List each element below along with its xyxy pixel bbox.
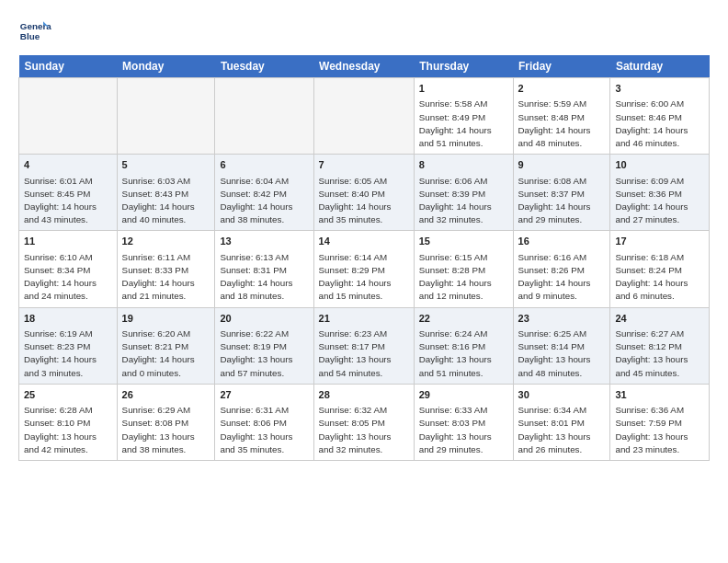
calendar-cell: 4Sunrise: 6:01 AMSunset: 8:45 PMDaylight… <box>19 155 118 231</box>
day-number: 7 <box>319 158 409 172</box>
day-info: Sunrise: 6:25 AMSunset: 8:14 PMDaylight:… <box>518 327 606 380</box>
calendar-cell <box>117 78 215 155</box>
day-info: Sunrise: 6:10 AMSunset: 8:34 PMDaylight:… <box>24 251 112 304</box>
day-number: 19 <box>122 312 210 326</box>
day-info: Sunrise: 6:08 AMSunset: 8:37 PMDaylight:… <box>518 175 606 227</box>
day-info: Sunrise: 6:33 AMSunset: 8:03 PMDaylight:… <box>419 404 508 456</box>
day-info: Sunrise: 6:31 AMSunset: 8:06 PMDaylight:… <box>220 404 308 456</box>
day-info: Sunrise: 6:22 AMSunset: 8:19 PMDaylight:… <box>220 327 308 380</box>
day-number: 14 <box>319 235 409 248</box>
calendar-cell: 9Sunrise: 6:08 AMSunset: 8:37 PMDaylight… <box>513 155 610 231</box>
day-info: Sunrise: 5:58 AMSunset: 8:49 PMDaylight:… <box>419 98 508 150</box>
day-info: Sunrise: 6:06 AMSunset: 8:39 PMDaylight:… <box>419 175 508 227</box>
calendar-cell: 6Sunrise: 6:04 AMSunset: 8:42 PMDaylight… <box>215 155 313 231</box>
day-info: Sunrise: 6:23 AMSunset: 8:17 PMDaylight:… <box>319 327 409 380</box>
day-info: Sunrise: 6:05 AMSunset: 8:40 PMDaylight:… <box>319 175 409 227</box>
calendar-cell: 30Sunrise: 6:34 AMSunset: 8:01 PMDayligh… <box>513 384 610 460</box>
calendar-cell: 7Sunrise: 6:05 AMSunset: 8:40 PMDaylight… <box>313 155 414 231</box>
page-container: General Blue SundayMondayTuesdayWednesda… <box>0 0 728 470</box>
day-number: 24 <box>615 312 704 326</box>
day-info: Sunrise: 6:18 AMSunset: 8:24 PMDaylight:… <box>615 251 704 304</box>
svg-text:Blue: Blue <box>20 31 40 41</box>
day-number: 17 <box>615 235 704 248</box>
day-header-wednesday: Wednesday <box>313 55 414 78</box>
calendar-week-3: 11Sunrise: 6:10 AMSunset: 8:34 PMDayligh… <box>19 231 710 307</box>
day-number: 26 <box>122 388 210 402</box>
calendar-cell <box>313 78 414 155</box>
day-info: Sunrise: 5:59 AMSunset: 8:48 PMDaylight:… <box>518 98 606 150</box>
calendar-cell: 23Sunrise: 6:25 AMSunset: 8:14 PMDayligh… <box>513 307 610 384</box>
day-number: 31 <box>615 388 704 402</box>
day-number: 15 <box>419 235 508 248</box>
day-info: Sunrise: 6:03 AMSunset: 8:43 PMDaylight:… <box>122 175 210 227</box>
day-info: Sunrise: 6:01 AMSunset: 8:45 PMDaylight:… <box>24 175 112 227</box>
day-info: Sunrise: 6:04 AMSunset: 8:42 PMDaylight:… <box>220 175 308 227</box>
day-header-thursday: Thursday <box>414 55 513 78</box>
day-number: 30 <box>518 388 606 402</box>
day-info: Sunrise: 6:28 AMSunset: 8:10 PMDaylight:… <box>24 404 112 456</box>
day-number: 3 <box>615 82 704 96</box>
day-info: Sunrise: 6:00 AMSunset: 8:46 PMDaylight:… <box>615 98 704 150</box>
day-number: 6 <box>220 158 308 172</box>
day-header-tuesday: Tuesday <box>215 55 313 78</box>
calendar-cell: 20Sunrise: 6:22 AMSunset: 8:19 PMDayligh… <box>215 307 313 384</box>
day-info: Sunrise: 6:36 AMSunset: 7:59 PMDaylight:… <box>615 404 704 456</box>
day-info: Sunrise: 6:20 AMSunset: 8:21 PMDaylight:… <box>122 327 210 380</box>
day-info: Sunrise: 6:13 AMSunset: 8:31 PMDaylight:… <box>220 251 308 304</box>
day-number: 28 <box>319 388 409 402</box>
calendar-week-5: 25Sunrise: 6:28 AMSunset: 8:10 PMDayligh… <box>19 384 710 460</box>
day-number: 16 <box>518 235 606 248</box>
logo: General Blue <box>18 15 51 48</box>
day-number: 22 <box>419 312 508 326</box>
day-number: 23 <box>518 312 606 326</box>
day-number: 9 <box>518 158 606 172</box>
header: General Blue <box>18 15 710 48</box>
calendar-cell: 22Sunrise: 6:24 AMSunset: 8:16 PMDayligh… <box>414 307 513 384</box>
day-number: 25 <box>24 388 112 402</box>
day-info: Sunrise: 6:24 AMSunset: 8:16 PMDaylight:… <box>419 327 508 380</box>
calendar-cell: 15Sunrise: 6:15 AMSunset: 8:28 PMDayligh… <box>414 231 513 307</box>
day-info: Sunrise: 6:32 AMSunset: 8:05 PMDaylight:… <box>319 404 409 456</box>
calendar-cell: 27Sunrise: 6:31 AMSunset: 8:06 PMDayligh… <box>215 384 313 460</box>
day-number: 13 <box>220 235 308 248</box>
calendar-header-row: SundayMondayTuesdayWednesdayThursdayFrid… <box>19 55 710 78</box>
day-number: 5 <box>122 158 210 172</box>
calendar: SundayMondayTuesdayWednesdayThursdayFrid… <box>18 55 710 461</box>
calendar-cell: 3Sunrise: 6:00 AMSunset: 8:46 PMDaylight… <box>610 78 710 155</box>
day-header-sunday: Sunday <box>19 55 118 78</box>
calendar-week-4: 18Sunrise: 6:19 AMSunset: 8:23 PMDayligh… <box>19 307 710 384</box>
day-info: Sunrise: 6:29 AMSunset: 8:08 PMDaylight:… <box>122 404 210 456</box>
day-number: 10 <box>615 158 704 172</box>
day-number: 2 <box>518 82 606 96</box>
calendar-cell: 14Sunrise: 6:14 AMSunset: 8:29 PMDayligh… <box>313 231 414 307</box>
calendar-cell: 21Sunrise: 6:23 AMSunset: 8:17 PMDayligh… <box>313 307 414 384</box>
day-number: 8 <box>419 158 508 172</box>
day-number: 12 <box>122 235 210 248</box>
calendar-cell: 29Sunrise: 6:33 AMSunset: 8:03 PMDayligh… <box>414 384 513 460</box>
day-number: 29 <box>419 388 508 402</box>
day-number: 1 <box>419 82 508 96</box>
calendar-cell: 11Sunrise: 6:10 AMSunset: 8:34 PMDayligh… <box>19 231 118 307</box>
calendar-week-1: 1Sunrise: 5:58 AMSunset: 8:49 PMDaylight… <box>19 78 710 155</box>
calendar-cell: 26Sunrise: 6:29 AMSunset: 8:08 PMDayligh… <box>117 384 215 460</box>
day-info: Sunrise: 6:14 AMSunset: 8:29 PMDaylight:… <box>319 251 409 304</box>
day-number: 21 <box>319 312 409 326</box>
calendar-cell: 1Sunrise: 5:58 AMSunset: 8:49 PMDaylight… <box>414 78 513 155</box>
calendar-cell: 25Sunrise: 6:28 AMSunset: 8:10 PMDayligh… <box>19 384 118 460</box>
calendar-cell: 28Sunrise: 6:32 AMSunset: 8:05 PMDayligh… <box>313 384 414 460</box>
day-info: Sunrise: 6:16 AMSunset: 8:26 PMDaylight:… <box>518 251 606 304</box>
day-info: Sunrise: 6:09 AMSunset: 8:36 PMDaylight:… <box>615 175 704 227</box>
day-info: Sunrise: 6:15 AMSunset: 8:28 PMDaylight:… <box>419 251 508 304</box>
calendar-cell: 19Sunrise: 6:20 AMSunset: 8:21 PMDayligh… <box>117 307 215 384</box>
day-number: 4 <box>24 158 112 172</box>
day-info: Sunrise: 6:19 AMSunset: 8:23 PMDaylight:… <box>24 327 112 380</box>
calendar-cell: 10Sunrise: 6:09 AMSunset: 8:36 PMDayligh… <box>610 155 710 231</box>
calendar-cell: 13Sunrise: 6:13 AMSunset: 8:31 PMDayligh… <box>215 231 313 307</box>
day-info: Sunrise: 6:27 AMSunset: 8:12 PMDaylight:… <box>615 327 704 380</box>
day-number: 27 <box>220 388 308 402</box>
day-header-friday: Friday <box>513 55 610 78</box>
day-info: Sunrise: 6:11 AMSunset: 8:33 PMDaylight:… <box>122 251 210 304</box>
day-info: Sunrise: 6:34 AMSunset: 8:01 PMDaylight:… <box>518 404 606 456</box>
day-number: 18 <box>24 312 112 326</box>
calendar-week-2: 4Sunrise: 6:01 AMSunset: 8:45 PMDaylight… <box>19 155 710 231</box>
